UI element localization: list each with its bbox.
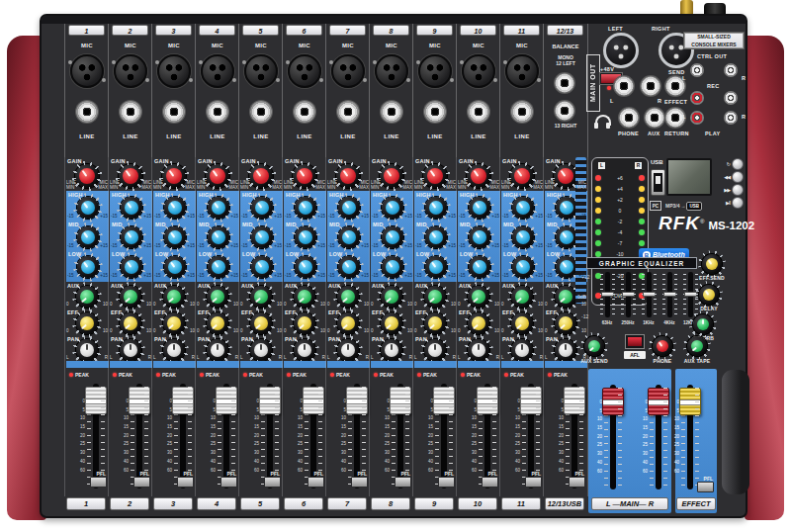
high-knob[interactable] xyxy=(164,197,186,219)
aux-knob[interactable] xyxy=(294,286,315,308)
channel-fader-cap[interactable] xyxy=(259,387,281,414)
pfl-button[interactable] xyxy=(220,477,237,488)
pfl-button[interactable] xyxy=(482,477,498,488)
effect-fader-cap[interactable] xyxy=(679,388,701,415)
mid-knob[interactable] xyxy=(512,226,534,248)
high-knob[interactable] xyxy=(251,197,273,219)
channel-fader-cap[interactable] xyxy=(433,387,455,414)
pan-knob[interactable] xyxy=(337,339,359,361)
geq-slider-track[interactable] xyxy=(626,272,631,317)
low-knob[interactable] xyxy=(469,256,490,278)
pfl-button[interactable] xyxy=(395,477,411,488)
pan-knob[interactable] xyxy=(250,339,272,361)
eff-knob[interactable] xyxy=(163,312,185,334)
aux-knob[interactable] xyxy=(337,286,359,308)
aux-tape-knob[interactable] xyxy=(687,336,707,356)
aux-knob[interactable] xyxy=(163,286,185,308)
pfl-button[interactable] xyxy=(90,477,107,488)
geq-slider-cap[interactable] xyxy=(663,292,676,297)
eff-knob[interactable] xyxy=(294,312,315,334)
high-knob[interactable] xyxy=(425,197,447,219)
main-right-fader-cap[interactable] xyxy=(648,388,669,415)
pan-knob[interactable] xyxy=(424,339,446,361)
high-knob[interactable] xyxy=(208,197,229,219)
eff-knob[interactable] xyxy=(381,312,402,334)
delay-knob[interactable] xyxy=(699,285,719,305)
eff-knob[interactable] xyxy=(250,312,272,334)
geq-slider-track[interactable] xyxy=(667,272,672,317)
high-knob[interactable] xyxy=(295,197,316,219)
low-knob[interactable] xyxy=(121,256,142,278)
geq-slider-track[interactable] xyxy=(605,272,610,317)
pfl-button[interactable] xyxy=(177,477,194,488)
mid-knob[interactable] xyxy=(469,226,490,248)
pan-knob[interactable] xyxy=(294,339,315,361)
low-knob[interactable] xyxy=(382,256,403,278)
pan-knob[interactable] xyxy=(511,339,533,361)
channel-fader-cap[interactable] xyxy=(85,387,107,414)
mid-knob[interactable] xyxy=(425,226,447,248)
eff-send-knob[interactable] xyxy=(702,254,722,274)
aux-knob[interactable] xyxy=(381,286,402,308)
low-knob[interactable] xyxy=(338,256,360,278)
main-left-fader-cap[interactable] xyxy=(602,388,624,415)
eff-knob[interactable] xyxy=(424,312,446,334)
mid-knob[interactable] xyxy=(164,226,186,248)
main-left-fader-track[interactable] xyxy=(610,385,616,489)
repeat-button[interactable] xyxy=(732,158,744,170)
pan-knob[interactable] xyxy=(207,339,228,361)
aux-knob[interactable] xyxy=(424,286,446,308)
pfl-button[interactable] xyxy=(308,477,324,488)
effect-fader-track[interactable] xyxy=(687,385,693,489)
aux-knob[interactable] xyxy=(120,286,141,308)
mid-knob[interactable] xyxy=(251,226,273,248)
pfl-button[interactable] xyxy=(525,477,542,488)
aux-knob[interactable] xyxy=(250,286,272,308)
mid-knob[interactable] xyxy=(338,226,360,248)
pan-knob[interactable] xyxy=(163,339,185,361)
play-pause-button[interactable] xyxy=(732,197,744,209)
high-knob[interactable] xyxy=(77,197,99,219)
channel-fader-cap[interactable] xyxy=(520,387,542,414)
eff-knob[interactable] xyxy=(468,312,489,334)
pfl-button[interactable] xyxy=(438,477,455,488)
high-knob[interactable] xyxy=(121,197,142,219)
pfl-button[interactable] xyxy=(133,477,150,488)
low-knob[interactable] xyxy=(77,256,99,278)
mid-knob[interactable] xyxy=(382,226,403,248)
geq-slider-cap[interactable] xyxy=(622,292,635,297)
eff-knob[interactable] xyxy=(120,312,141,334)
channel-fader-cap[interactable] xyxy=(216,387,237,414)
channel-fader-cap[interactable] xyxy=(477,387,498,414)
effect-pfl-button[interactable] xyxy=(697,482,714,492)
eff-knob[interactable] xyxy=(76,312,98,334)
channel-fader-cap[interactable] xyxy=(172,387,194,414)
next-button[interactable] xyxy=(732,184,744,196)
channel-fader-cap[interactable] xyxy=(303,387,324,414)
reverb-knob[interactable] xyxy=(693,314,713,334)
eff-knob[interactable] xyxy=(337,312,359,334)
main-right-fader-track[interactable] xyxy=(656,385,661,489)
phone-level-knob[interactable] xyxy=(653,336,672,356)
low-knob[interactable] xyxy=(512,256,534,278)
geq-slider-cap[interactable] xyxy=(643,292,656,297)
high-knob[interactable] xyxy=(338,197,360,219)
eff-knob[interactable] xyxy=(207,312,228,334)
pan-knob[interactable] xyxy=(120,339,141,361)
pfl-button[interactable] xyxy=(569,477,585,488)
mid-knob[interactable] xyxy=(295,226,316,248)
low-knob[interactable] xyxy=(295,256,316,278)
high-knob[interactable] xyxy=(469,197,490,219)
low-knob[interactable] xyxy=(208,256,229,278)
low-knob[interactable] xyxy=(164,256,186,278)
pfl-button[interactable] xyxy=(351,477,368,488)
aux-knob[interactable] xyxy=(511,286,533,308)
low-knob[interactable] xyxy=(251,256,273,278)
channel-fader-cap[interactable] xyxy=(129,387,150,414)
channel-fader-cap[interactable] xyxy=(390,387,411,414)
aux-knob[interactable] xyxy=(76,286,98,308)
aux-knob[interactable] xyxy=(207,286,228,308)
geq-slider-track[interactable] xyxy=(647,272,652,317)
mid-knob[interactable] xyxy=(208,226,229,248)
pan-knob[interactable] xyxy=(76,339,98,361)
